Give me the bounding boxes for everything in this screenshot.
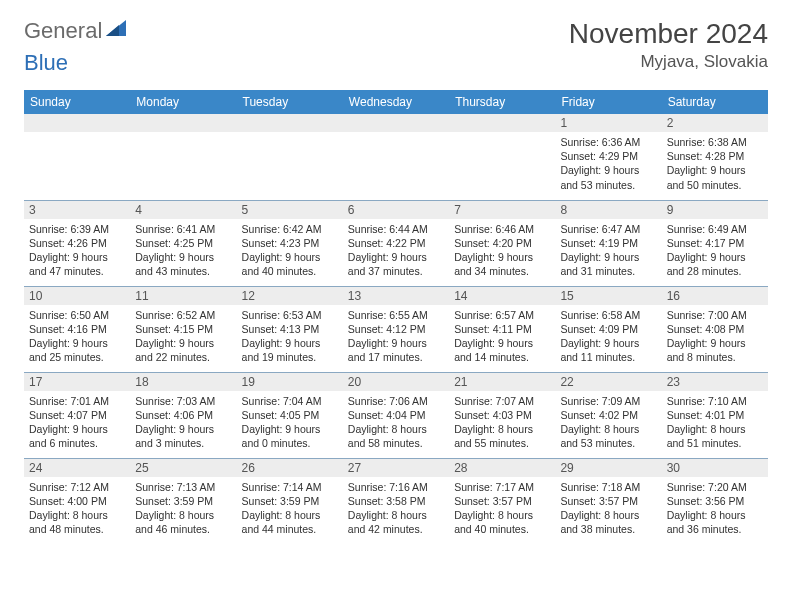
day-sr: Sunrise: 7:00 AM [667, 308, 763, 322]
day-number: 26 [237, 459, 343, 477]
day-number: 5 [237, 201, 343, 219]
day-ss: Sunset: 4:00 PM [29, 494, 125, 508]
day-d2: and 44 minutes. [242, 522, 338, 536]
weekday-header: Tuesday [237, 90, 343, 114]
svg-marker-1 [106, 25, 119, 36]
day-sr: Sunrise: 7:03 AM [135, 394, 231, 408]
day-ss: Sunset: 4:22 PM [348, 236, 444, 250]
day-ss: Sunset: 3:57 PM [560, 494, 656, 508]
day-sr: Sunrise: 6:57 AM [454, 308, 550, 322]
day-details: Sunrise: 7:04 AMSunset: 4:05 PMDaylight:… [237, 391, 343, 455]
day-sr: Sunrise: 7:12 AM [29, 480, 125, 494]
day-d2: and 28 minutes. [667, 264, 763, 278]
day-number: 18 [130, 373, 236, 391]
day-sr: Sunrise: 6:41 AM [135, 222, 231, 236]
day-sr: Sunrise: 6:58 AM [560, 308, 656, 322]
day-sr: Sunrise: 7:07 AM [454, 394, 550, 408]
calendar-day-cell: 7Sunrise: 6:46 AMSunset: 4:20 PMDaylight… [449, 200, 555, 286]
day-ss: Sunset: 4:19 PM [560, 236, 656, 250]
day-details [24, 132, 130, 139]
day-ss: Sunset: 4:20 PM [454, 236, 550, 250]
day-number: 9 [662, 201, 768, 219]
day-d1: Daylight: 9 hours [454, 336, 550, 350]
day-number: 30 [662, 459, 768, 477]
day-ss: Sunset: 4:13 PM [242, 322, 338, 336]
day-details: Sunrise: 7:00 AMSunset: 4:08 PMDaylight:… [662, 305, 768, 369]
calendar-day-cell [449, 114, 555, 200]
day-details [130, 132, 236, 139]
day-d2: and 19 minutes. [242, 350, 338, 364]
calendar-day-cell: 25Sunrise: 7:13 AMSunset: 3:59 PMDayligh… [130, 458, 236, 544]
day-d1: Daylight: 9 hours [667, 336, 763, 350]
day-details [343, 132, 449, 139]
day-details: Sunrise: 6:58 AMSunset: 4:09 PMDaylight:… [555, 305, 661, 369]
day-number: 6 [343, 201, 449, 219]
day-number: 17 [24, 373, 130, 391]
day-sr: Sunrise: 6:47 AM [560, 222, 656, 236]
calendar-day-cell: 6Sunrise: 6:44 AMSunset: 4:22 PMDaylight… [343, 200, 449, 286]
day-ss: Sunset: 4:04 PM [348, 408, 444, 422]
day-sr: Sunrise: 6:52 AM [135, 308, 231, 322]
day-number: 15 [555, 287, 661, 305]
day-d1: Daylight: 9 hours [29, 250, 125, 264]
calendar-day-cell: 20Sunrise: 7:06 AMSunset: 4:04 PMDayligh… [343, 372, 449, 458]
day-d2: and 42 minutes. [348, 522, 444, 536]
day-details: Sunrise: 7:09 AMSunset: 4:02 PMDaylight:… [555, 391, 661, 455]
day-d1: Daylight: 8 hours [348, 422, 444, 436]
calendar-day-cell: 8Sunrise: 6:47 AMSunset: 4:19 PMDaylight… [555, 200, 661, 286]
day-details: Sunrise: 6:49 AMSunset: 4:17 PMDaylight:… [662, 219, 768, 283]
day-details: Sunrise: 6:47 AMSunset: 4:19 PMDaylight:… [555, 219, 661, 283]
day-d2: and 37 minutes. [348, 264, 444, 278]
day-number: 22 [555, 373, 661, 391]
day-d2: and 53 minutes. [560, 436, 656, 450]
day-ss: Sunset: 4:11 PM [454, 322, 550, 336]
weekday-header: Sunday [24, 90, 130, 114]
day-number [24, 114, 130, 132]
day-details [237, 132, 343, 139]
day-d2: and 25 minutes. [29, 350, 125, 364]
calendar-day-cell: 4Sunrise: 6:41 AMSunset: 4:25 PMDaylight… [130, 200, 236, 286]
day-details: Sunrise: 7:17 AMSunset: 3:57 PMDaylight:… [449, 477, 555, 541]
calendar-day-cell: 5Sunrise: 6:42 AMSunset: 4:23 PMDaylight… [237, 200, 343, 286]
calendar-day-cell: 14Sunrise: 6:57 AMSunset: 4:11 PMDayligh… [449, 286, 555, 372]
day-number: 16 [662, 287, 768, 305]
day-details: Sunrise: 6:38 AMSunset: 4:28 PMDaylight:… [662, 132, 768, 196]
day-sr: Sunrise: 6:39 AM [29, 222, 125, 236]
calendar-day-cell [343, 114, 449, 200]
location-label: Myjava, Slovakia [569, 52, 768, 72]
day-number [130, 114, 236, 132]
day-d2: and 11 minutes. [560, 350, 656, 364]
day-details: Sunrise: 7:20 AMSunset: 3:56 PMDaylight:… [662, 477, 768, 541]
day-d1: Daylight: 9 hours [348, 250, 444, 264]
day-sr: Sunrise: 7:17 AM [454, 480, 550, 494]
day-number [343, 114, 449, 132]
calendar-day-cell: 23Sunrise: 7:10 AMSunset: 4:01 PMDayligh… [662, 372, 768, 458]
day-sr: Sunrise: 6:50 AM [29, 308, 125, 322]
calendar-day-cell: 17Sunrise: 7:01 AMSunset: 4:07 PMDayligh… [24, 372, 130, 458]
day-details: Sunrise: 7:13 AMSunset: 3:59 PMDaylight:… [130, 477, 236, 541]
day-ss: Sunset: 4:07 PM [29, 408, 125, 422]
brand-word-2: Blue [24, 50, 68, 76]
day-sr: Sunrise: 6:38 AM [667, 135, 763, 149]
weekday-header: Friday [555, 90, 661, 114]
day-ss: Sunset: 3:58 PM [348, 494, 444, 508]
day-details: Sunrise: 6:50 AMSunset: 4:16 PMDaylight:… [24, 305, 130, 369]
day-ss: Sunset: 4:25 PM [135, 236, 231, 250]
calendar-day-cell: 16Sunrise: 7:00 AMSunset: 4:08 PMDayligh… [662, 286, 768, 372]
day-sr: Sunrise: 6:49 AM [667, 222, 763, 236]
calendar-day-cell: 9Sunrise: 6:49 AMSunset: 4:17 PMDaylight… [662, 200, 768, 286]
calendar-day-cell: 13Sunrise: 6:55 AMSunset: 4:12 PMDayligh… [343, 286, 449, 372]
calendar-day-cell: 30Sunrise: 7:20 AMSunset: 3:56 PMDayligh… [662, 458, 768, 544]
brand-word-1: General [24, 18, 102, 44]
day-d2: and 48 minutes. [29, 522, 125, 536]
day-sr: Sunrise: 6:46 AM [454, 222, 550, 236]
day-d2: and 40 minutes. [454, 522, 550, 536]
calendar-week-row: 17Sunrise: 7:01 AMSunset: 4:07 PMDayligh… [24, 372, 768, 458]
day-number: 7 [449, 201, 555, 219]
day-ss: Sunset: 4:15 PM [135, 322, 231, 336]
day-number: 11 [130, 287, 236, 305]
day-ss: Sunset: 4:08 PM [667, 322, 763, 336]
day-sr: Sunrise: 7:18 AM [560, 480, 656, 494]
day-sr: Sunrise: 7:01 AM [29, 394, 125, 408]
calendar-day-cell [130, 114, 236, 200]
